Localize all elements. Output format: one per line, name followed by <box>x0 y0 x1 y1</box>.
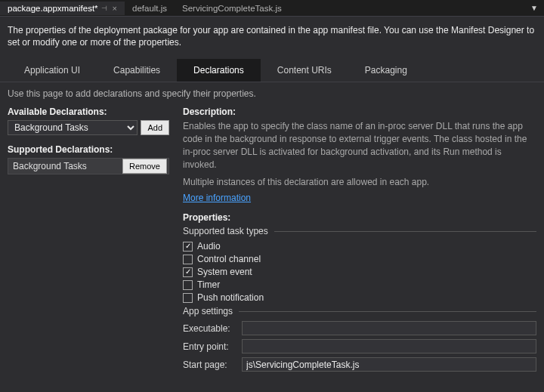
more-information-link[interactable]: More information <box>183 193 251 203</box>
tab-packaging[interactable]: Packaging <box>348 59 424 82</box>
start-page-field[interactable] <box>242 357 536 372</box>
add-button[interactable]: Add <box>141 120 169 135</box>
pin-icon[interactable]: ⊣ <box>101 5 107 12</box>
executable-label: Executable: <box>183 323 237 334</box>
tab-declarations[interactable]: Declarations <box>177 59 261 82</box>
available-declarations-select[interactable]: Background Tasks <box>8 120 138 135</box>
document-tabs: package.appxmanifest* ⊣ × default.js Ser… <box>0 0 544 17</box>
section-label: App settings <box>183 306 233 316</box>
manifest-nav: Application UI Capabilities Declarations… <box>0 59 544 82</box>
doc-tab-label: default.js <box>132 4 167 13</box>
checkbox-label: System event <box>197 267 252 277</box>
doc-tab-label: package.appxmanifest* <box>8 4 98 13</box>
tab-application-ui[interactable]: Application UI <box>8 59 97 82</box>
checkbox-label: Control channel <box>197 254 261 264</box>
tab-description: Use this page to add declarations and sp… <box>0 82 544 106</box>
checkbox-icon[interactable] <box>183 242 193 252</box>
description-heading: Description: <box>183 106 536 117</box>
checkbox-icon[interactable] <box>183 280 193 290</box>
supported-declarations-label: Supported Declarations: <box>8 144 169 155</box>
checkbox-control-channel[interactable]: Control channel <box>183 254 536 264</box>
checkbox-label: Timer <box>197 279 220 290</box>
properties-heading: Properties: <box>183 212 536 223</box>
checkbox-icon[interactable] <box>183 255 193 264</box>
entry-point-field[interactable] <box>242 339 536 353</box>
start-page-label: Start page: <box>183 360 237 370</box>
checkbox-timer[interactable]: Timer <box>183 279 536 290</box>
doc-tab-servicing[interactable]: ServicingCompleteTask.js <box>175 2 289 15</box>
checkbox-push-notification[interactable]: Push notification <box>183 292 536 303</box>
executable-field[interactable] <box>242 321 536 335</box>
entry-point-label: Entry point: <box>183 341 237 352</box>
tab-content-uris[interactable]: Content URIs <box>261 59 348 82</box>
close-icon[interactable]: × <box>113 4 117 13</box>
checkbox-label: Push notification <box>197 292 264 303</box>
checkbox-label: Audio <box>197 241 221 252</box>
doc-tab-manifest[interactable]: package.appxmanifest* ⊣ × <box>0 2 125 15</box>
supported-declaration-item[interactable]: Background Tasks Remove <box>8 158 169 174</box>
tab-capabilities[interactable]: Capabilities <box>97 59 177 82</box>
description-p1: Enables the app to specify the class nam… <box>183 120 536 171</box>
right-panel: Description: Enables the app to specify … <box>183 106 536 375</box>
doc-tab-default[interactable]: default.js <box>125 2 175 15</box>
checkbox-icon[interactable] <box>183 267 193 277</box>
available-declarations-label: Available Declarations: <box>8 106 169 117</box>
supported-task-types-section: Supported task types <box>183 226 536 236</box>
checkbox-audio[interactable]: Audio <box>183 241 536 252</box>
app-settings-section: App settings <box>183 306 536 316</box>
checkbox-system-event[interactable]: System event <box>183 267 536 277</box>
page-intro: The properties of the deployment package… <box>0 17 544 54</box>
description-p2: Multiple instances of this declaration a… <box>183 176 536 189</box>
tabs-overflow-icon[interactable]: ▼ <box>524 4 544 12</box>
left-panel: Available Declarations: Background Tasks… <box>8 106 183 375</box>
doc-tab-label: ServicingCompleteTask.js <box>182 4 282 13</box>
section-label: Supported task types <box>183 226 268 236</box>
checkbox-icon[interactable] <box>183 293 193 303</box>
remove-button[interactable]: Remove <box>122 159 167 174</box>
supported-item-label: Background Tasks <box>13 161 122 171</box>
